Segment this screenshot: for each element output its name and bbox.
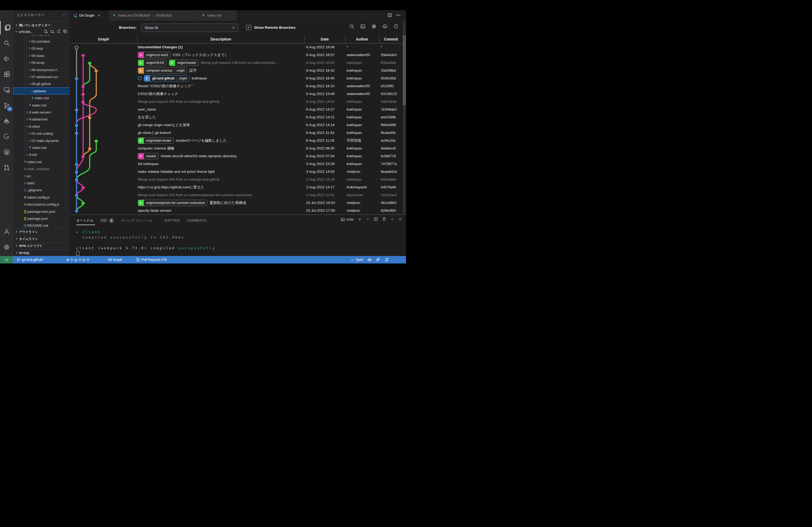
tree-item[interactable]: src xyxy=(13,172,70,180)
open-terminal-button[interactable] xyxy=(360,24,365,30)
activity-files[interactable] xyxy=(0,21,14,34)
column-header-graph[interactable]: Graph xyxy=(70,35,137,43)
refresh-graph-button[interactable] xyxy=(393,24,398,30)
explorer-more-icon[interactable]: ⋯ xyxy=(62,12,66,17)
column-header-description[interactable]: Description xyxy=(137,35,305,43)
tree-item[interactable]: 06-anonymous-f... xyxy=(13,66,70,73)
branch-label[interactable]: origin/add-render xyxy=(138,137,174,144)
tree-item[interactable]: 9-old xyxy=(13,151,70,158)
search-commits-button[interactable] xyxy=(349,24,354,30)
panel-tab-4[interactable]: COMMENTS xyxy=(187,217,206,224)
tree-item[interactable]: .gitignore xyxy=(13,187,70,194)
tab-0[interactable]: Git Graph × xyxy=(70,10,109,21)
column-header-date[interactable]: Date xyxy=(305,35,345,43)
status-branch[interactable]: git-and-github* xyxy=(17,256,44,264)
new-folder-button[interactable] xyxy=(50,30,54,34)
panel-tab-3[interactable]: JUPYTER xyxy=(164,217,180,224)
status-problems[interactable]: 0 0 8 xyxy=(66,256,89,264)
branch-label[interactable]: git-and-github origin xyxy=(144,75,190,81)
tree-item[interactable]: JSdocusaurus.config.js xyxy=(13,201,70,208)
column-header-commit[interactable]: Commit xyxy=(379,35,403,43)
tree-item[interactable]: index.md xyxy=(13,95,70,102)
collapse-folders-button[interactable] xyxy=(63,30,67,34)
refresh-explorer-button[interactable] xyxy=(57,30,61,34)
status-pull-request[interactable]: Pull Request #34 xyxy=(136,256,167,264)
new-file-button[interactable] xyxy=(44,30,48,34)
activity-remote-explorer[interactable] xyxy=(0,83,13,96)
activity-search[interactable] xyxy=(0,36,13,50)
activity-settings-gear[interactable] xyxy=(0,240,13,254)
remote-indicator[interactable] xyxy=(0,256,13,264)
tree-item[interactable]: {}package.json xyxy=(13,215,70,222)
branch-label[interactable]: master xyxy=(138,153,159,160)
branch-label[interactable]: computer-science origin xyxy=(138,67,187,74)
tree-item[interactable]: 4-advanced xyxy=(13,116,70,123)
workspace-section[interactable]: UTCOD... xyxy=(13,28,70,35)
activity-extensions[interactable] xyxy=(0,67,13,81)
sidebar-section-0[interactable]: アウトライン xyxy=(13,228,70,235)
panel-tab-0[interactable]: ターミナル xyxy=(76,217,93,224)
tree-item[interactable]: 01-not-coding xyxy=(13,130,70,137)
shell-selector[interactable]: node xyxy=(341,217,354,222)
tree-item[interactable]: 07-advanced-css xyxy=(13,73,70,80)
tree-item[interactable]: index.md xyxy=(13,158,70,165)
terminal-dropdown-button[interactable] xyxy=(366,217,369,222)
tree-item[interactable]: 08-git-github xyxy=(13,80,70,88)
tab-2[interactable]: index.md xyxy=(198,10,236,21)
activity-github[interactable] xyxy=(0,146,13,159)
tree-item[interactable]: 04-class xyxy=(13,52,70,59)
tab-1[interactable]: index.md (003fe35d^ ↔ 003fe35d) xyxy=(109,10,198,21)
maximize-panel-button[interactable] xyxy=(390,217,394,222)
tree-item[interactable]: 03-loop xyxy=(13,45,70,52)
panel-tab-2[interactable]: デバッグ コンソール xyxy=(121,217,153,224)
status-git-graph[interactable]: Git Graph xyxy=(108,256,122,264)
status-spell[interactable]: Spell xyxy=(351,256,363,264)
kill-terminal-button[interactable] xyxy=(382,217,386,222)
close-panel-button[interactable] xyxy=(398,217,402,222)
tree-item[interactable]: static xyxy=(13,180,70,186)
activity-account[interactable] xyxy=(0,225,13,238)
branch-label[interactable]: origin/reorganize-for-summer-curriculum xyxy=(138,200,207,206)
column-header-author[interactable]: Author xyxy=(345,35,379,43)
new-terminal-button[interactable] xyxy=(358,217,362,222)
show-remote-branches-checkbox[interactable]: ✓ xyxy=(246,25,251,30)
activity-gitlens[interactable] xyxy=(0,130,13,143)
tree-item[interactable]: Bbabel.config.js xyxy=(13,194,70,201)
tree-item[interactable]: index.md xyxy=(13,144,70,151)
commit-author: kokhayas xyxy=(347,66,379,74)
sidebar-section-1[interactable]: タイムライン xyxy=(13,235,70,242)
activity-run-debug[interactable] xyxy=(0,52,13,65)
split-editor-button[interactable] xyxy=(388,13,392,18)
editor-scrollbar-thumb[interactable] xyxy=(403,35,406,105)
tree-item[interactable]: 02-constant xyxy=(13,38,70,45)
activity-source-control[interactable]: 1 xyxy=(0,99,13,112)
open-editors-section[interactable]: 開いているエディター xyxy=(13,21,70,29)
tree-item[interactable]: 3-web-servers xyxy=(13,109,70,116)
tree-item[interactable]: 05-array xyxy=(13,59,70,66)
tree-item[interactable]: 01-inspector xyxy=(13,35,70,38)
branch-label[interactable]: origin/css-test1 xyxy=(138,52,171,58)
tree-item[interactable]: node_modules xyxy=(13,166,70,172)
tree-item[interactable]: pictures xyxy=(13,88,70,94)
sidebar-section-3[interactable]: MYSQL xyxy=(13,249,70,256)
chevron-right-icon xyxy=(28,40,31,43)
notifications-bell[interactable] xyxy=(385,256,389,264)
fetch-remote-button[interactable] xyxy=(382,24,388,30)
tree-item[interactable]: {}package-lock.json xyxy=(13,208,70,215)
tree-item[interactable]: 02-static-dynamic xyxy=(13,137,70,144)
editor-more-actions[interactable] xyxy=(396,13,401,18)
close-icon[interactable]: × xyxy=(98,13,100,18)
branches-dropdown[interactable]: Show All ▼ xyxy=(141,24,238,32)
branch-label[interactable]: origin/master xyxy=(169,60,199,66)
tree-item[interactable]: 8-other xyxy=(13,123,70,130)
feedback-button[interactable] xyxy=(376,256,380,264)
split-terminal-button[interactable] xyxy=(374,217,378,222)
branch-label[interactable]: origin/HEAD xyxy=(138,60,167,66)
git-graph-settings-button[interactable] xyxy=(371,24,376,30)
panel-tab-1[interactable]: 問題 8 xyxy=(100,217,114,224)
tree-item[interactable]: index.md xyxy=(13,102,70,109)
activity-docker[interactable] xyxy=(0,114,13,128)
copilot-status[interactable] xyxy=(367,256,372,264)
activity-pull-request[interactable] xyxy=(0,161,13,175)
sidebar-section-2[interactable]: NPM スクリプト xyxy=(13,242,70,250)
